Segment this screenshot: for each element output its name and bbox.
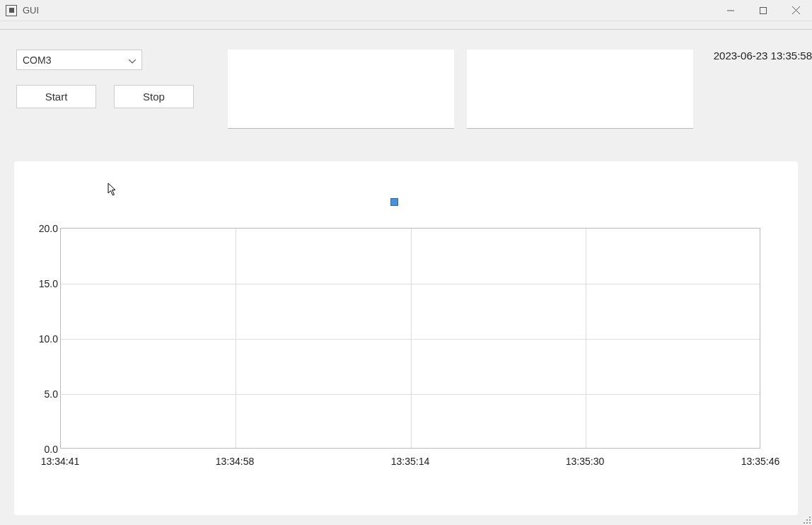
- titlebar: GUI: [0, 0, 812, 21]
- plot-area[interactable]: [60, 228, 760, 449]
- y-tick-label: 0.0: [34, 444, 58, 455]
- preview-pane-1: [228, 50, 454, 129]
- legend-marker: [390, 198, 398, 206]
- x-tick-label: 13:35:46: [741, 456, 780, 467]
- x-tick-label: 13:34:58: [216, 456, 255, 467]
- window-title: GUI: [23, 5, 39, 16]
- timestamp-label: 2023-06-23 13:35:58: [714, 50, 812, 62]
- y-tick-label: 15.0: [34, 278, 58, 289]
- stop-button-label: Stop: [143, 91, 165, 103]
- minimize-icon: [727, 7, 734, 14]
- content-area: COM3 Start Stop 2023-06-23 13:35:58 20.0…: [0, 30, 812, 525]
- gridline: [61, 284, 760, 284]
- x-tick-label: 13:34:41: [41, 456, 80, 467]
- resize-grip[interactable]: [801, 514, 811, 524]
- x-tick-label: 13:35:30: [566, 456, 605, 467]
- port-select[interactable]: COM3: [16, 50, 142, 70]
- close-icon: [792, 6, 800, 14]
- minimize-button[interactable]: [714, 0, 747, 21]
- port-select-value: COM3: [23, 54, 51, 66]
- toolbar-separator: [0, 21, 812, 30]
- chevron-down-icon: [129, 54, 136, 66]
- maximize-button[interactable]: [747, 0, 779, 21]
- gridline: [586, 229, 586, 448]
- gridline: [61, 339, 760, 340]
- gridline: [236, 229, 236, 448]
- window-controls: [714, 0, 812, 21]
- app-icon: [6, 5, 17, 16]
- y-tick-label: 10.0: [34, 333, 58, 345]
- y-tick-label: 5.0: [34, 388, 58, 400]
- start-button[interactable]: Start: [16, 85, 96, 108]
- x-tick-label: 13:35:14: [391, 456, 430, 467]
- maximize-icon: [760, 7, 767, 14]
- y-tick-label: 20.0: [34, 223, 58, 234]
- start-button-label: Start: [45, 91, 68, 103]
- close-button[interactable]: [779, 0, 812, 21]
- gridline: [411, 229, 412, 448]
- stop-button[interactable]: Stop: [114, 85, 194, 108]
- preview-pane-2: [467, 50, 693, 129]
- svg-rect-1: [760, 7, 767, 13]
- gridline: [61, 394, 760, 395]
- chart-panel: 20.0 15.0 10.0 5.0 0.0 13:34:41 13:34:58…: [14, 161, 798, 515]
